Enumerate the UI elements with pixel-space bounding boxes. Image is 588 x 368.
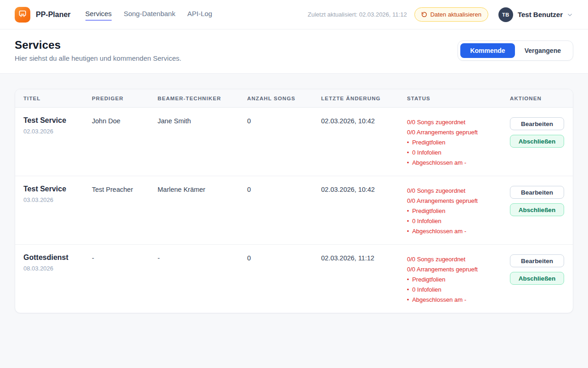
chevron-down-icon xyxy=(566,11,573,18)
service-title-cell: Gottesdienst 08.03.2026 xyxy=(23,253,92,272)
song-count-cell: 0 xyxy=(247,185,321,193)
filter-kommende-button[interactable]: Kommende xyxy=(460,43,514,58)
complete-button[interactable]: Abschließen xyxy=(510,203,564,216)
status-cell: 0/0 Songs zugeordnet 0/0 Arrangements ge… xyxy=(407,185,510,236)
refresh-data-button[interactable]: Daten aktualisieren xyxy=(414,7,488,22)
preacher-cell: John Doe xyxy=(92,116,158,125)
actions-cell: Bearbeiten Abschließen xyxy=(510,185,565,216)
nav-tab-song-datenbank[interactable]: Song-Datenbank xyxy=(124,10,175,21)
status-bullet: Predigtfolien xyxy=(407,206,510,216)
column-header-anzahl-songs: ANZAHL SONGS xyxy=(247,96,321,101)
beamer-technician-cell: Marlene Krämer xyxy=(158,185,247,193)
complete-button[interactable]: Abschließen xyxy=(510,135,564,148)
actions-cell: Bearbeiten Abschließen xyxy=(510,253,565,285)
main-nav: Services Song-Datenbank API-Log xyxy=(85,10,212,21)
song-count-cell: 0 xyxy=(247,253,321,262)
edit-button[interactable]: Bearbeiten xyxy=(510,254,564,267)
last-change-cell: 02.03.2026, 11:12 xyxy=(321,253,407,262)
avatar: TB xyxy=(498,7,513,22)
status-bullet-list: Predigtfolien 0 Infofolien Abgeschlossen… xyxy=(407,206,510,236)
service-date: 08.03.2026 xyxy=(23,265,92,272)
table-row: Test Service 03.03.2026 Test Preacher Ma… xyxy=(15,176,573,245)
service-title-cell: Test Service 02.03.2026 xyxy=(23,116,92,135)
app-logo xyxy=(15,7,30,23)
status-songs: 0/0 Songs zugeordnet xyxy=(407,117,510,127)
edit-button[interactable]: Bearbeiten xyxy=(510,186,564,199)
service-title: Gottesdienst xyxy=(23,253,92,262)
preacher-cell: Test Preacher xyxy=(92,185,158,193)
status-bullet: 0 Infofolien xyxy=(407,285,510,295)
status-bullet: Predigtfolien xyxy=(407,275,510,285)
user-menu[interactable]: TB Test Benutzer xyxy=(498,7,573,22)
table-row: Gottesdienst 08.03.2026 - - 0 02.03.2026… xyxy=(15,245,573,313)
status-bullet: 0 Infofolien xyxy=(407,148,510,158)
top-bar: PP-Planer Services Song-Datenbank API-Lo… xyxy=(0,0,588,29)
column-header-beamer-techniker: BEAMER-TECHNIKER xyxy=(158,96,247,101)
table-header-row: TITEL PREDIGER BEAMER-TECHNIKER ANZAHL S… xyxy=(15,89,573,108)
refresh-icon xyxy=(421,12,427,17)
table-row: Test Service 02.03.2026 John Doe Jane Sm… xyxy=(15,108,573,176)
status-bullet: Abgeschlossen am - xyxy=(407,226,510,236)
column-header-aktionen: AKTIONEN xyxy=(510,96,565,101)
status-songs: 0/0 Songs zugeordnet xyxy=(407,254,510,264)
page-header-text: Services Hier siehst du alle heutigen un… xyxy=(15,39,181,62)
service-title: Test Service xyxy=(23,185,92,193)
status-bullet: 0 Infofolien xyxy=(407,216,510,226)
status-cell: 0/0 Songs zugeordnet 0/0 Arrangements ge… xyxy=(407,253,510,305)
status-bullet-list: Predigtfolien 0 Infofolien Abgeschlossen… xyxy=(407,138,510,168)
column-header-titel: TITEL xyxy=(23,96,92,101)
status-arrangements: 0/0 Arrangements geprueft xyxy=(407,264,510,275)
column-header-letzte-aenderung: LETZTE ÄNDERUNG xyxy=(321,96,407,101)
filter-vergangene-button[interactable]: Vergangene xyxy=(515,43,571,58)
service-date: 02.03.2026 xyxy=(23,128,92,135)
status-bullet: Abgeschlossen am - xyxy=(407,158,510,168)
page-subtitle: Hier siehst du alle heutigen und kommend… xyxy=(15,54,181,62)
page-title: Services xyxy=(15,39,181,52)
status-bullet: Abgeschlossen am - xyxy=(407,295,510,305)
nav-tab-api-log[interactable]: API-Log xyxy=(187,10,212,21)
status-arrangements: 0/0 Arrangements geprueft xyxy=(407,196,510,206)
column-header-prediger: PREDIGER xyxy=(92,96,158,101)
status-bullet: Predigtfolien xyxy=(407,138,510,148)
page-header: Services Hier siehst du alle heutigen un… xyxy=(0,29,588,74)
status-arrangements: 0/0 Arrangements geprueft xyxy=(407,127,510,138)
last-change-cell: 02.03.2026, 10:42 xyxy=(321,116,407,125)
last-updated-text: Zuletzt aktualisiert: 02.03.2026, 11:12 xyxy=(308,11,407,18)
nav-tab-services[interactable]: Services xyxy=(85,10,112,21)
status-bullet-list: Predigtfolien 0 Infofolien Abgeschlossen… xyxy=(407,275,510,305)
edit-button[interactable]: Bearbeiten xyxy=(510,117,564,130)
status-cell: 0/0 Songs zugeordnet 0/0 Arrangements ge… xyxy=(407,116,510,168)
service-filter-toggle: Kommende Vergangene xyxy=(458,40,573,61)
brand-name: PP-Planer xyxy=(36,11,71,19)
preacher-cell: - xyxy=(92,253,158,262)
service-title-cell: Test Service 03.03.2026 xyxy=(23,185,92,203)
song-count-cell: 0 xyxy=(247,116,321,125)
services-table-card: TITEL PREDIGER BEAMER-TECHNIKER ANZAHL S… xyxy=(15,89,573,313)
service-date: 03.03.2026 xyxy=(23,196,92,203)
service-title: Test Service xyxy=(23,116,92,125)
complete-button[interactable]: Abschließen xyxy=(510,272,564,285)
status-songs: 0/0 Songs zugeordnet xyxy=(407,186,510,196)
last-change-cell: 02.03.2026, 10:42 xyxy=(321,185,407,193)
refresh-button-label: Daten aktualisieren xyxy=(430,11,481,18)
column-header-status: STATUS xyxy=(407,96,510,101)
top-bar-right: Zuletzt aktualisiert: 02.03.2026, 11:12 … xyxy=(308,7,573,22)
main-content: TITEL PREDIGER BEAMER-TECHNIKER ANZAHL S… xyxy=(0,74,588,313)
user-name: Test Benutzer xyxy=(518,11,563,18)
beamer-technician-cell: - xyxy=(158,253,247,262)
actions-cell: Bearbeiten Abschließen xyxy=(510,116,565,148)
beamer-technician-cell: Jane Smith xyxy=(158,116,247,125)
projector-icon xyxy=(18,9,27,20)
